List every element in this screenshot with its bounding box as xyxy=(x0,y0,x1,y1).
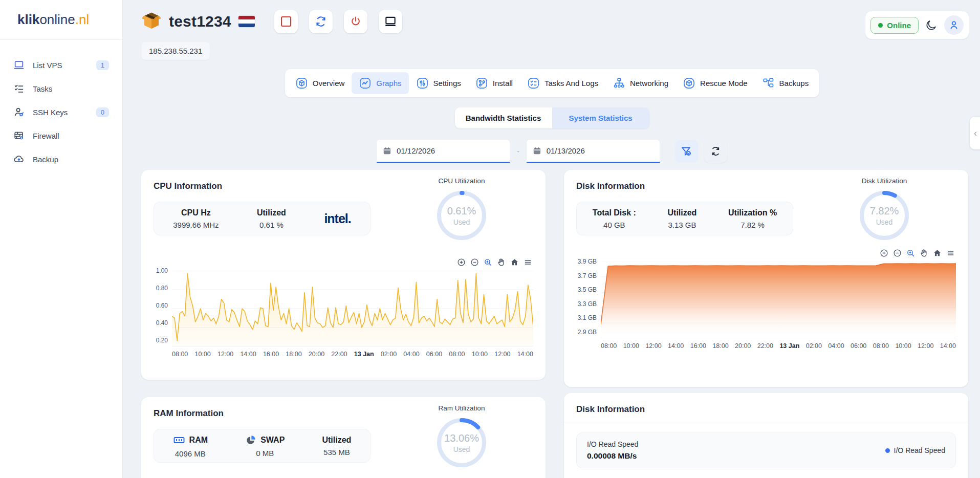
disk-usage-chart[interactable]: 3.9 GB3.7 GB3.5 GB3.3 GB3.1 GB2.9 GB 08:… xyxy=(576,262,956,350)
cpu-chart-x-axis: 08:0010:0012:0014:0016:0018:0020:0022:00… xyxy=(172,346,533,358)
metric-value: 0.00008 MB/s xyxy=(587,451,638,461)
stat-label: Utilized xyxy=(257,208,286,218)
brand-logo[interactable]: klikonline.nl xyxy=(0,0,122,40)
date-to-input[interactable] xyxy=(547,146,654,155)
stat-label: Utilized xyxy=(668,208,697,218)
menu-bars-icon[interactable] xyxy=(946,249,955,257)
cpu-utilization-gauge: CPU Utilization 0.61% Used xyxy=(427,177,496,242)
stat-label: Utilization % xyxy=(728,208,777,218)
userbar: Online xyxy=(865,11,969,39)
user-avatar[interactable] xyxy=(944,15,964,35)
install-branch-icon xyxy=(475,77,488,90)
tab-label: Settings xyxy=(433,79,461,88)
stop-icon xyxy=(281,16,291,27)
sidebar-item-firewall[interactable]: Firewall xyxy=(7,124,115,147)
tab-tasks-and-logs[interactable]: Tasks And Logs xyxy=(520,72,605,94)
status-badge: Online xyxy=(870,17,919,34)
zoom-out-icon[interactable] xyxy=(470,258,479,267)
person-icon xyxy=(948,19,960,31)
zoom-in-icon[interactable] xyxy=(457,258,466,267)
date-from-field[interactable] xyxy=(377,140,510,163)
online-label: Online xyxy=(887,21,911,30)
stop-vm-button[interactable] xyxy=(274,10,298,33)
disk-stats-box: Total Disk : 40 GB Utilized 3.13 GB Util… xyxy=(576,202,793,235)
firewall-icon xyxy=(13,130,25,141)
vm-header: test1234 xyxy=(141,9,980,34)
cpu-information-card: CPU Information CPU Utilization 0.61% Us… xyxy=(141,170,546,380)
disk-utilization-gauge: Disk Utilization 7.82% Used xyxy=(850,177,919,242)
donut-chart: 7.82% Used xyxy=(858,189,911,242)
stat-value: 3.13 GB xyxy=(668,221,697,229)
tab-settings[interactable]: Settings xyxy=(409,72,468,94)
disk-io-information-card: Disk Information I/O Read Speed 0.00008 … xyxy=(564,393,968,478)
tab-label: Rescue Mode xyxy=(700,79,748,88)
power-icon xyxy=(350,15,362,28)
tab-networking[interactable]: Networking xyxy=(605,72,676,94)
pan-hand-icon[interactable] xyxy=(920,249,928,257)
networking-nodes-icon xyxy=(613,77,625,90)
sidebar-item-label: Backup xyxy=(33,155,58,164)
reset-home-icon[interactable] xyxy=(510,258,519,267)
date-to-field[interactable] xyxy=(527,140,660,163)
tab-backups[interactable]: Backups xyxy=(755,72,816,94)
pan-hand-icon[interactable] xyxy=(497,258,506,267)
cpu-chart-y-axis: 1.000.800.600.400.20 xyxy=(154,268,172,343)
backup-cloud-icon xyxy=(13,154,25,165)
gauge-value: 13.06% xyxy=(444,432,479,444)
gauge-sub: Used xyxy=(453,445,470,453)
box-zoom-icon[interactable] xyxy=(906,249,915,257)
gauge-value: 7.82% xyxy=(870,205,899,217)
disk-chart-plot[interactable] xyxy=(601,262,956,338)
main-content: test1234 185.238.55.231 Online xyxy=(123,0,980,478)
tab-overview[interactable]: Overview xyxy=(288,72,352,94)
sidebar: klikonline.nl List VPS 1 Tasks SSH K xyxy=(0,0,123,478)
disk-chart-y-axis: 3.9 GB3.7 GB3.5 GB3.3 GB3.1 GB2.9 GB xyxy=(576,258,601,335)
sidebar-item-backup[interactable]: Backup xyxy=(7,147,115,171)
gauge-sub: Used xyxy=(453,218,470,226)
theme-toggle-button[interactable] xyxy=(925,18,938,32)
side-panel-toggle[interactable]: ‹ xyxy=(970,117,980,149)
reset-home-icon[interactable] xyxy=(933,249,942,257)
sidebar-item-list-vps[interactable]: List VPS 1 xyxy=(7,53,115,77)
chart-legend[interactable]: I/O Read Speed xyxy=(885,446,945,454)
sidebar-item-tasks[interactable]: Tasks xyxy=(7,77,115,100)
stat-value: 0.61 % xyxy=(257,221,286,229)
subtab-bandwidth-statistics[interactable]: Bandwidth Statistics xyxy=(455,107,552,128)
console-vm-button[interactable] xyxy=(379,10,402,33)
apply-filter-button[interactable] xyxy=(675,140,698,163)
tab-graphs[interactable]: Graphs xyxy=(352,72,408,94)
settings-sliders-icon xyxy=(416,77,429,90)
cpu-usage-chart[interactable]: 1.000.800.600.400.20 08:0010:0012:0014:0… xyxy=(154,271,533,358)
zoom-in-icon[interactable] xyxy=(880,249,888,257)
ram-stats-box: RAM 4096 MB SWAP 0 MB Utiliz xyxy=(154,429,371,463)
sidebar-item-label: Tasks xyxy=(33,84,52,93)
tab-label: Backups xyxy=(779,79,809,88)
menu-bars-icon[interactable] xyxy=(524,258,532,267)
statistics-toggle: Bandwidth Statistics System Statistics xyxy=(455,107,649,128)
filter-funnel-icon xyxy=(680,145,692,158)
stat-value: 7.82 % xyxy=(728,221,777,229)
restart-vm-button[interactable] xyxy=(309,10,333,33)
zoom-out-icon[interactable] xyxy=(893,249,902,257)
gauge-label: Ram Utilization xyxy=(427,404,496,412)
sidebar-item-ssh-keys[interactable]: SSH Keys 0 xyxy=(7,100,115,124)
tab-install[interactable]: Install xyxy=(468,72,520,94)
tab-rescue-mode[interactable]: Rescue Mode xyxy=(676,72,755,94)
brand-part-2: online xyxy=(39,12,75,28)
sync-icon xyxy=(315,15,327,28)
tab-label: Overview xyxy=(313,79,345,88)
ram-chip-icon xyxy=(173,434,185,446)
stat-label: CPU Hz xyxy=(173,208,219,218)
refresh-data-button[interactable] xyxy=(704,140,727,163)
cpu-chart-plot[interactable] xyxy=(172,271,533,346)
box-zoom-icon[interactable] xyxy=(484,258,492,267)
stat-label: Utilized xyxy=(322,436,351,445)
subtab-system-statistics[interactable]: System Statistics xyxy=(552,107,649,128)
power-vm-button[interactable] xyxy=(344,10,367,33)
date-from-input[interactable] xyxy=(397,146,504,155)
stat-label: Total Disk : xyxy=(593,208,636,218)
brand-part-1: klik xyxy=(17,12,39,28)
chevron-left-icon: ‹ xyxy=(974,128,977,139)
donut-chart: 13.06% Used xyxy=(435,416,488,469)
tab-label: Tasks And Logs xyxy=(545,79,598,88)
